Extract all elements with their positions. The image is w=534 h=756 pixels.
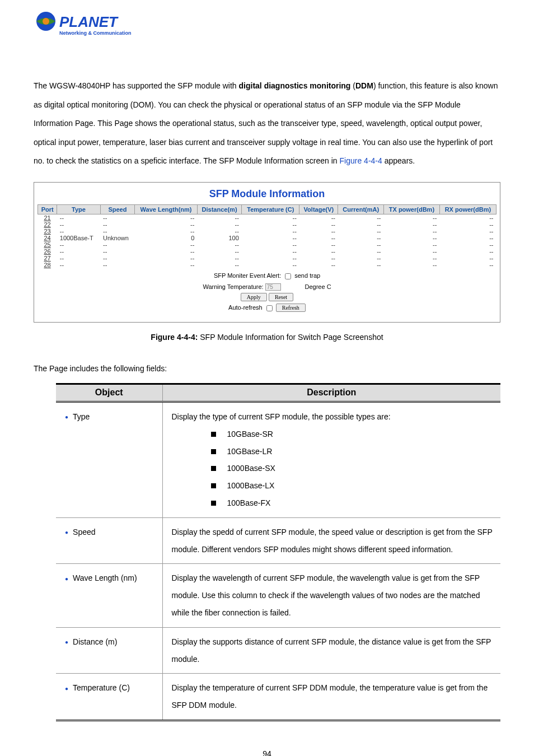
field-description-cell: Display the type of current SFP module, … bbox=[162, 402, 500, 517]
port-link[interactable]: 26 bbox=[38, 248, 57, 255]
square-bullet-icon bbox=[211, 432, 216, 437]
bullet-icon: ● bbox=[65, 636, 68, 648]
figure-title: SFP Module Information bbox=[38, 188, 496, 200]
cell-wavelength: 0 bbox=[135, 235, 198, 241]
port-link[interactable]: 21 bbox=[38, 214, 57, 221]
cell-rxpower: -- bbox=[439, 228, 496, 235]
port-link[interactable]: 27 bbox=[38, 255, 57, 262]
list-item: 10GBase-LR bbox=[211, 443, 495, 460]
table-row: ●Distance (m)Display the supports distan… bbox=[56, 627, 500, 674]
svg-point-1 bbox=[43, 18, 49, 25]
warning-temp-input[interactable] bbox=[265, 283, 281, 291]
square-bullet-icon bbox=[211, 449, 216, 454]
cell-rxpower: -- bbox=[439, 235, 496, 241]
fields-intro: The Page includes the following fields: bbox=[34, 364, 500, 373]
figure-link[interactable]: Figure 4-4-4 bbox=[340, 156, 382, 165]
field-object-name: Speed bbox=[73, 528, 95, 536]
col-temperature: Temperature (C) bbox=[242, 204, 299, 214]
cell-txpower: -- bbox=[384, 221, 440, 228]
port-link[interactable]: 25 bbox=[38, 241, 57, 248]
cell-distance: -- bbox=[197, 262, 242, 268]
cell-temperature: -- bbox=[242, 255, 299, 262]
auto-refresh-checkbox[interactable] bbox=[266, 305, 273, 311]
col-current: Current(mA) bbox=[338, 204, 384, 214]
refresh-button[interactable]: Refresh bbox=[276, 304, 306, 312]
cell-voltage: -- bbox=[299, 262, 338, 268]
cell-distance: -- bbox=[197, 241, 242, 248]
cell-wavelength: -- bbox=[135, 228, 198, 235]
cell-current: -- bbox=[338, 214, 384, 221]
reset-button[interactable]: Reset bbox=[269, 293, 293, 301]
send-trap-checkbox[interactable] bbox=[285, 273, 291, 279]
cell-wavelength: -- bbox=[135, 221, 198, 228]
cell-temperature: -- bbox=[242, 228, 299, 235]
cell-rxpower: -- bbox=[439, 255, 496, 262]
table-row: ●Temperature (C)Display the temperature … bbox=[56, 674, 500, 721]
field-object-cell: ●Wave Length (nm) bbox=[56, 564, 162, 627]
field-desc-lead: Display the type of current SFP module, … bbox=[172, 408, 495, 426]
auto-refresh-label: Auto-refresh bbox=[228, 304, 263, 311]
col-txpower: TX power(dBm) bbox=[384, 204, 440, 214]
cell-txpower: -- bbox=[384, 248, 440, 255]
monitor-alert-label: SFP Moniter Event Alert: bbox=[214, 272, 281, 279]
cell-voltage: -- bbox=[299, 214, 338, 221]
list-item: 10GBase-SR bbox=[211, 426, 495, 443]
bullet-icon: ● bbox=[65, 683, 68, 695]
field-desc: Display the supports distance of current… bbox=[172, 633, 495, 668]
cell-speed: -- bbox=[100, 262, 135, 268]
apply-button[interactable]: Apply bbox=[241, 293, 267, 301]
table-row: ●TypeDisplay the type of current SFP mod… bbox=[56, 402, 500, 517]
port-link[interactable]: 23 bbox=[38, 228, 57, 235]
cell-type: -- bbox=[57, 241, 100, 248]
cell-voltage: -- bbox=[299, 241, 338, 248]
bullet-icon: ● bbox=[65, 573, 68, 585]
port-link[interactable]: 22 bbox=[38, 221, 57, 228]
table-row: 27------------------ bbox=[38, 255, 496, 262]
cell-txpower: -- bbox=[384, 262, 440, 268]
fields-header-description: Description bbox=[162, 384, 500, 402]
port-link[interactable]: 28 bbox=[38, 262, 57, 268]
cell-temperature: -- bbox=[242, 221, 299, 228]
square-bullet-icon bbox=[211, 483, 216, 488]
field-description-cell: Display the supports distance of current… bbox=[162, 627, 500, 674]
list-item: 1000Base-LX bbox=[211, 477, 495, 494]
cell-distance: 100 bbox=[197, 235, 242, 241]
cell-wavelength: -- bbox=[135, 214, 198, 221]
field-object-cell: ●Type bbox=[56, 402, 162, 517]
cell-txpower: -- bbox=[384, 241, 440, 248]
logo: PLANET Networking & Communication bbox=[34, 10, 500, 43]
list-item: 100Base-FX bbox=[211, 494, 495, 512]
port-link[interactable]: 24 bbox=[38, 235, 57, 241]
cell-wavelength: -- bbox=[135, 248, 198, 255]
field-object-name: Type bbox=[73, 412, 90, 421]
cell-wavelength: -- bbox=[135, 241, 198, 248]
cell-current: -- bbox=[338, 228, 384, 235]
table-row: 25------------------ bbox=[38, 241, 496, 248]
cell-current: -- bbox=[338, 255, 384, 262]
cell-speed: Unknown bbox=[100, 235, 135, 241]
sfp-table: Port Type Speed Wave Length(nm) Distance… bbox=[38, 204, 496, 268]
table-row: 241000Base-TUnknown0100---------- bbox=[38, 235, 496, 241]
cell-current: -- bbox=[338, 262, 384, 268]
cell-distance: -- bbox=[197, 228, 242, 235]
table-row: 26------------------ bbox=[38, 248, 496, 255]
cell-speed: -- bbox=[100, 221, 135, 228]
cell-type: -- bbox=[57, 214, 100, 221]
fields-table: Object Description ●TypeDisplay the type… bbox=[56, 383, 500, 721]
cell-temperature: -- bbox=[242, 214, 299, 221]
cell-temperature: -- bbox=[242, 241, 299, 248]
bullet-icon: ● bbox=[65, 411, 68, 423]
cell-voltage: -- bbox=[299, 228, 338, 235]
cell-distance: -- bbox=[197, 255, 242, 262]
figure-caption: Figure 4-4-4: SFP Module Information for… bbox=[34, 333, 500, 342]
cell-txpower: -- bbox=[384, 235, 440, 241]
field-desc: Display the spedd of current SFP module,… bbox=[172, 524, 495, 558]
cell-type: -- bbox=[57, 221, 100, 228]
cell-temperature: -- bbox=[242, 262, 299, 268]
cell-current: -- bbox=[338, 241, 384, 248]
field-object-name: Temperature (C) bbox=[73, 683, 130, 692]
cell-voltage: -- bbox=[299, 235, 338, 241]
col-distance: Distance(m) bbox=[197, 204, 242, 214]
cell-speed: -- bbox=[100, 241, 135, 248]
cell-rxpower: -- bbox=[439, 221, 496, 228]
